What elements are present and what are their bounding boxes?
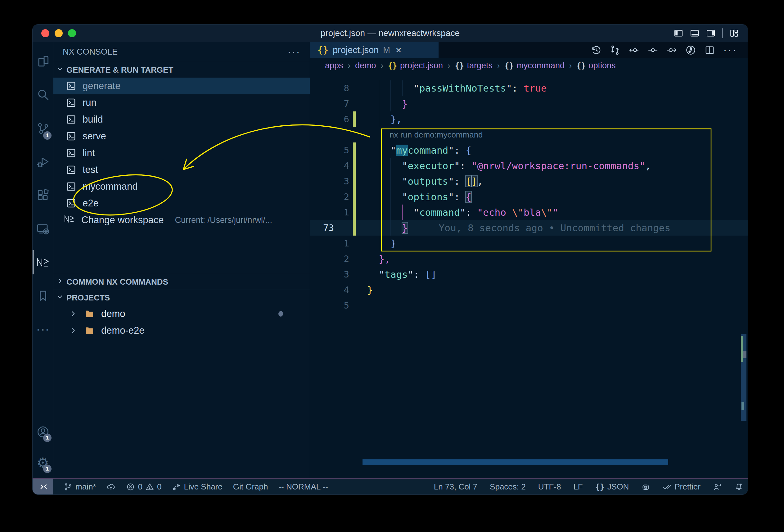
line-number[interactable]: 73 <box>310 220 373 235</box>
target-item-run[interactable]: run <box>53 94 310 111</box>
status-item-encoding[interactable]: UTF-8 <box>538 482 561 492</box>
target-item-e2e[interactable]: e2e <box>53 195 310 212</box>
code-line[interactable]: 1 } <box>310 235 748 251</box>
line-number[interactable]: 2 <box>310 251 349 267</box>
search-icon <box>36 88 50 102</box>
line-number[interactable]: 3 <box>310 267 349 282</box>
code-line[interactable]: 73 }You, 8 seconds ago • Uncommitted cha… <box>310 220 748 235</box>
line-number[interactable]: 4 <box>310 282 349 298</box>
code-line[interactable]: 3 "outputs": [], <box>310 173 748 189</box>
line-number[interactable]: 3 <box>310 173 349 189</box>
status-item-feedback[interactable] <box>713 482 722 491</box>
tab-project-json[interactable]: {} project.json M × <box>310 42 439 58</box>
codelens-line[interactable]: nx run demo:mycommand <box>310 127 748 142</box>
breadcrumb-item-project.json[interactable]: {}project.json <box>388 61 443 71</box>
status-item-eol[interactable]: LF <box>573 482 583 492</box>
compare-changes-icon[interactable] <box>610 45 620 56</box>
history-icon[interactable] <box>591 45 601 56</box>
commit-graph-icon[interactable] <box>685 45 696 56</box>
next-change-icon[interactable] <box>666 45 677 56</box>
status-item-notifications[interactable] <box>734 482 743 491</box>
line-number[interactable]: 4 <box>310 158 349 173</box>
activity-item-accounts[interactable]: 1 <box>33 416 53 447</box>
target-item-generate[interactable]: generate <box>53 78 310 94</box>
status-item-publish[interactable] <box>107 482 115 491</box>
remote-indicator[interactable] <box>33 479 53 495</box>
code-line[interactable]: 2 }, <box>310 251 748 267</box>
line-number[interactable]: 7 <box>310 96 349 111</box>
breadcrumb-item-targets[interactable]: {}targets <box>455 61 493 71</box>
target-item-build[interactable]: build <box>53 111 310 128</box>
project-item-demo[interactable]: demo <box>53 305 310 322</box>
status-item-language-mode[interactable]: {}JSON <box>595 482 629 492</box>
split-editor-icon[interactable] <box>704 45 715 56</box>
line-number[interactable]: 6 <box>310 111 349 127</box>
status-item-vim-mode[interactable]: -- NORMAL -- <box>278 482 328 492</box>
target-item-test[interactable]: test <box>53 161 310 178</box>
line-number[interactable]: 8 <box>310 80 349 96</box>
layout-sidebar-left-icon[interactable] <box>673 28 683 38</box>
code-line[interactable]: 4} <box>310 282 748 298</box>
activity-item-explorer[interactable] <box>33 45 53 78</box>
line-number[interactable]: 1 <box>310 235 349 251</box>
section-common-nx-commands[interactable]: COMMON NX COMMANDS <box>53 274 310 289</box>
change-workspace-item[interactable]: Change workspace Current: /Users/juri/nr… <box>53 212 310 228</box>
code-editor[interactable]: 8 "passWithNoTests": true7 }6 },nx run d… <box>310 73 748 478</box>
indent-guide <box>390 189 402 204</box>
code-line[interactable]: 2 "options": { <box>310 189 748 204</box>
breadcrumb-item-mycommand[interactable]: {}mycommand <box>504 61 565 71</box>
project-item-demo-e2e[interactable]: demo-e2e <box>53 322 310 339</box>
previous-change-icon[interactable] <box>628 45 639 56</box>
code-line[interactable]: 8 "passWithNoTests": true <box>310 80 748 96</box>
status-item-robot[interactable] <box>641 482 650 491</box>
line-number[interactable]: 5 <box>310 298 349 313</box>
sidebar-more-actions-icon[interactable]: ··· <box>287 45 301 58</box>
status-item-git-graph[interactable]: Git Graph <box>233 482 268 492</box>
layout-panel-icon[interactable] <box>690 28 700 38</box>
target-item-lint[interactable]: lint <box>53 145 310 161</box>
line-number[interactable]: 1 <box>310 204 349 220</box>
status-item-problems[interactable]: 00 <box>126 482 161 492</box>
activity-item-run-debug[interactable] <box>33 145 53 178</box>
activity-item-extensions[interactable] <box>33 178 53 212</box>
current-change-icon[interactable] <box>647 45 658 56</box>
section-generate-run-target[interactable]: GENERATE & RUN TARGET <box>53 62 310 78</box>
more-actions-icon[interactable]: ··· <box>723 44 737 56</box>
activity-item-settings[interactable]: ⚙1 <box>33 447 53 478</box>
activity-item-more-views[interactable]: ⋯ <box>33 313 53 346</box>
code-line[interactable]: 5 "mycommand": { <box>310 142 748 158</box>
code-line[interactable]: 3 "tags": [] <box>310 267 748 282</box>
overview-ruler[interactable] <box>741 42 747 478</box>
status-item-indentation[interactable]: Spaces: 2 <box>490 482 526 492</box>
code-line[interactable]: 4 "executor": "@nrwl/workspace:run-comma… <box>310 158 748 173</box>
activity-item-remote-explorer[interactable] <box>33 212 53 246</box>
breadcrumb-item-options[interactable]: {}options <box>576 61 615 71</box>
status-item-cursor-position[interactable]: Ln 73, Col 7 <box>434 482 477 492</box>
section-projects[interactable]: PROJECTS <box>53 289 310 305</box>
breadcrumb-item-apps[interactable]: apps <box>325 61 343 71</box>
close-tab-icon[interactable]: × <box>396 45 402 56</box>
line-number[interactable]: 2 <box>310 189 349 204</box>
status-item-prettier[interactable]: Prettier <box>663 482 701 492</box>
status-item-live-share[interactable]: Live Share <box>172 482 222 492</box>
status-item-branch[interactable]: main* <box>64 482 96 492</box>
close-window-button[interactable] <box>41 29 49 37</box>
code-line[interactable]: 6 }, <box>310 111 748 127</box>
target-item-mycommand[interactable]: mycommand <box>53 178 310 195</box>
main-area: 1⋯1⚙1 NX CONSOLE ··· GENERATE & RUN TARG… <box>33 42 748 478</box>
target-item-serve[interactable]: serve <box>53 128 310 145</box>
code-line[interactable]: 5 <box>310 298 748 313</box>
code-line[interactable]: 1 "command": "echo \"bla\"" <box>310 204 748 220</box>
breadcrumb-item-demo[interactable]: demo <box>355 61 376 71</box>
activity-item-nx-console[interactable] <box>33 246 53 279</box>
activity-item-search[interactable] <box>33 78 53 111</box>
minimize-window-button[interactable] <box>55 29 63 37</box>
activity-item-bookmarks[interactable] <box>33 279 53 313</box>
layout-sidebar-right-icon[interactable] <box>706 28 716 38</box>
zoom-window-button[interactable] <box>68 29 76 37</box>
activity-item-source-control[interactable]: 1 <box>33 111 53 145</box>
code-line[interactable]: 7 } <box>310 96 748 111</box>
horizontal-scrollbar[interactable] <box>363 459 668 465</box>
line-number[interactable]: 5 <box>310 142 349 158</box>
layout-customize-icon[interactable] <box>729 28 739 38</box>
